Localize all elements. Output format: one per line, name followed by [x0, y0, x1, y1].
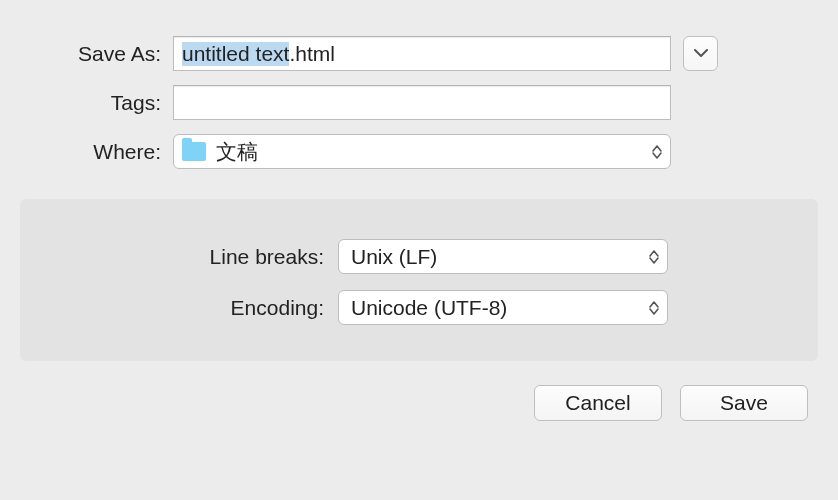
save-as-label: Save As: [28, 42, 173, 66]
updown-stepper-icon [652, 145, 662, 159]
chevron-down-icon [694, 49, 708, 58]
tags-input[interactable] [173, 85, 671, 120]
line-breaks-select[interactable]: Unix (LF) [338, 239, 668, 274]
encoding-label: Encoding: [48, 296, 338, 320]
tags-label: Tags: [28, 91, 173, 115]
encoding-row: Encoding: Unicode (UTF-8) [48, 290, 790, 325]
updown-stepper-icon [649, 250, 659, 264]
line-breaks-label: Line breaks: [48, 245, 338, 269]
where-value: 文稿 [216, 138, 642, 166]
tags-row: Tags: [28, 85, 810, 120]
where-label: Where: [28, 140, 173, 164]
save-as-input[interactable]: untitled text.html [173, 36, 671, 71]
updown-stepper-icon [649, 301, 659, 315]
encoding-select[interactable]: Unicode (UTF-8) [338, 290, 668, 325]
folder-icon [182, 142, 206, 161]
line-breaks-row: Line breaks: Unix (LF) [48, 239, 790, 274]
encoding-value: Unicode (UTF-8) [351, 296, 507, 320]
save-button[interactable]: Save [680, 385, 808, 421]
where-select[interactable]: 文稿 [173, 134, 671, 169]
options-panel: Line breaks: Unix (LF) Encoding: Unicode… [20, 199, 818, 361]
line-breaks-value: Unix (LF) [351, 245, 437, 269]
where-row: Where: 文稿 [28, 134, 810, 169]
filename-base-selected: untitled text [182, 42, 289, 66]
save-as-row: Save As: untitled text.html [28, 36, 810, 71]
filename-extension: .html [289, 42, 335, 66]
cancel-button[interactable]: Cancel [534, 385, 662, 421]
dialog-footer: Cancel Save [0, 361, 838, 421]
save-panel-top: Save As: untitled text.html Tags: Where:… [0, 0, 838, 179]
expand-save-panel-button[interactable] [683, 36, 718, 71]
